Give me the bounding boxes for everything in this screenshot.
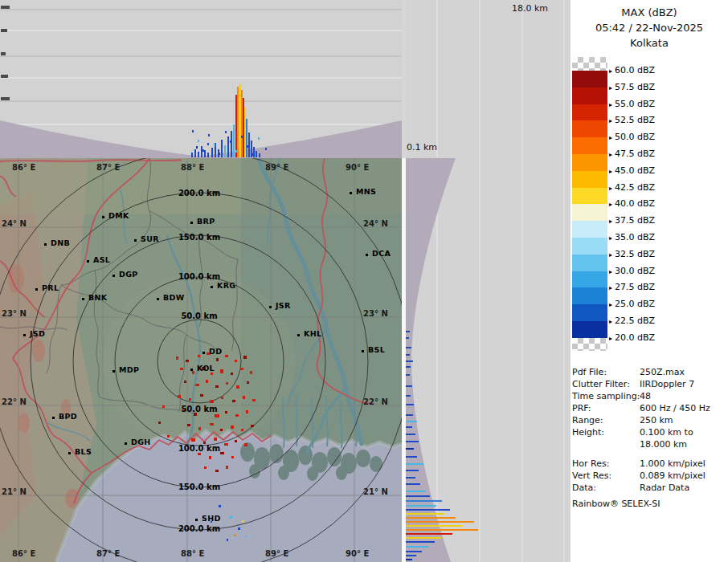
scale-tick-arrow: ▸ (609, 168, 612, 175)
brand-label: Rainbow® SELEX-SI (572, 499, 661, 509)
info-value: IIRDoppler 7 (640, 378, 694, 390)
product-info-table: Pdf File:250Z.maxClutter Filter:IIRDoppl… (572, 366, 726, 494)
panel-divider (402, 158, 406, 562)
scale-segment-2 (572, 104, 607, 121)
top-axis-ticks (1, 6, 10, 100)
info-value: Radar Data (640, 482, 689, 494)
scale-segment-13 (572, 287, 607, 304)
info-value: 1.000 km/pixel (640, 458, 706, 470)
scale-tick-arrow: ▸ (609, 117, 612, 124)
right-panel-bg (406, 0, 571, 562)
scale-label-row-16: ▸20.0 dBZ (609, 332, 655, 344)
info-row-6: 18.000 km (572, 438, 726, 450)
height-axis-min-label: 0.1 km (407, 142, 437, 153)
scale-tick-arrow: ▸ (609, 185, 612, 192)
scale-label-row-7: ▸42.5 dBZ (609, 182, 655, 193)
top-echo-spikes (191, 84, 260, 157)
scale-segment-15 (572, 321, 607, 338)
product-title: MAX (dBZ) (571, 5, 728, 20)
info-label: PRF: (572, 402, 640, 414)
scale-tick-label: 45.0 dBZ (615, 165, 655, 176)
scale-tick-label: 50.0 dBZ (615, 132, 655, 142)
scale-segment-1 (572, 88, 607, 104)
scale-tick-arrow: ▸ (609, 251, 612, 259)
scale-label-row-4: ▸50.0 dBZ (609, 132, 655, 143)
scale-segment-10 (572, 238, 607, 255)
scale-tick-arrow: ▸ (609, 218, 612, 225)
scale-tick-arrow: ▸ (609, 101, 612, 108)
info-label: Data: (572, 482, 640, 494)
map-svg (0, 158, 402, 562)
info-row-5: Height:0.100 km to (572, 426, 726, 438)
scale-segment-0 (572, 71, 607, 88)
scale-tick-label: 32.5 dBZ (615, 249, 655, 259)
scale-tick-arrow: ▸ (609, 284, 612, 291)
scale-tick-label: 35.0 dBZ (615, 232, 655, 242)
info-row-1: Clutter Filter:IIRDoppler 7 (572, 378, 726, 390)
height-axis-max-label: 18.0 km (512, 3, 548, 14)
scale-label-row-13: ▸27.5 dBZ (609, 282, 655, 293)
info-row-7: Hor Res:1.000 km/pixel (572, 458, 726, 470)
dbz-color-scale (572, 57, 607, 351)
scale-label-row-5: ▸47.5 dBZ (609, 149, 655, 160)
scale-tick-label: 40.0 dBZ (615, 198, 655, 209)
scale-label-row-8: ▸40.0 dBZ (609, 198, 655, 210)
timestamp: 05:42 / 22-Nov-2025 (571, 20, 728, 35)
info-row-4: Range:250 km (572, 414, 726, 426)
scale-segment-5 (572, 154, 607, 171)
top-gridlines (0, 10, 402, 124)
scale-tick-arrow: ▸ (609, 201, 612, 208)
scale-tick-arrow: ▸ (609, 301, 612, 308)
scale-tick-label: 37.5 dBZ (615, 215, 655, 226)
out-of-range-mask (0, 158, 402, 562)
scale-label-row-1: ▸57.5 dBZ (609, 82, 655, 93)
scale-label-row-15: ▸22.5 dBZ (609, 316, 655, 327)
scale-tick-label: 55.0 dBZ (615, 99, 655, 109)
info-label: Pdf File: (572, 366, 640, 378)
info-value: 48 (640, 390, 651, 402)
scale-tick-label: 60.0 dBZ (615, 65, 655, 75)
scale-tick-label: 42.5 dBZ (615, 182, 655, 193)
info-label: Hor Res: (572, 458, 640, 470)
scale-tick-arrow: ▸ (609, 268, 612, 275)
info-row-3: PRF:600 Hz / 450 Hz (572, 402, 726, 414)
scale-segment-14 (572, 304, 607, 321)
top-cross-section-panel (0, 0, 402, 158)
info-label: Clutter Filter: (572, 378, 640, 390)
scale-label-row-11: ▸32.5 dBZ (609, 249, 655, 260)
info-row-8: Vert Res:0.089 km/pixel (572, 470, 726, 482)
scale-label-row-12: ▸30.0 dBZ (609, 266, 655, 277)
scale-tick-arrow: ▸ (609, 67, 612, 75)
scale-tick-label: 57.5 dBZ (615, 82, 655, 92)
scale-tick-label: 30.0 dBZ (615, 266, 655, 276)
info-value: 600 Hz / 450 Hz (640, 402, 710, 414)
info-row-0: Pdf File:250Z.max (572, 366, 726, 378)
scale-segment-11 (572, 255, 607, 271)
top-cross-section-plot (0, 0, 402, 158)
scale-segment-9 (572, 221, 607, 238)
scale-label-row-2: ▸55.0 dBZ (609, 99, 655, 110)
scale-tick-label: 52.5 dBZ (615, 115, 655, 125)
scale-label-row-0: ▸60.0 dBZ (609, 65, 655, 76)
info-value: 0.089 km/pixel (640, 470, 706, 482)
scale-tick-label: 47.5 dBZ (615, 149, 655, 159)
scale-tick-label: 27.5 dBZ (615, 282, 655, 292)
scale-tick-arrow: ▸ (609, 84, 612, 92)
scale-tick-label: 25.0 dBZ (615, 299, 655, 309)
scale-tick-arrow: ▸ (609, 318, 612, 325)
info-label: Vert Res: (572, 470, 640, 482)
scale-segment-7 (572, 188, 607, 205)
legend-panel: MAX (dBZ) 05:42 / 22-Nov-2025 Kolkata ▸6… (571, 0, 728, 562)
scale-label-row-6: ▸45.0 dBZ (609, 165, 655, 177)
scale-tick-arrow: ▸ (609, 234, 612, 242)
radar-display-window: 18.0 km 0.1 km (0, 0, 728, 562)
scale-tick-label: 20.0 dBZ (615, 332, 655, 343)
scale-segment-3 (572, 120, 607, 137)
scale-label-row-3: ▸52.5 dBZ (609, 115, 655, 126)
scale-tick-arrow: ▸ (609, 151, 612, 158)
info-value: 18.000 km (640, 438, 687, 450)
info-value: 250Z.max (640, 366, 685, 378)
scale-tick-label: 22.5 dBZ (615, 316, 655, 326)
info-label: Range: (572, 414, 640, 426)
scale-tick-arrow: ▸ (609, 335, 612, 342)
